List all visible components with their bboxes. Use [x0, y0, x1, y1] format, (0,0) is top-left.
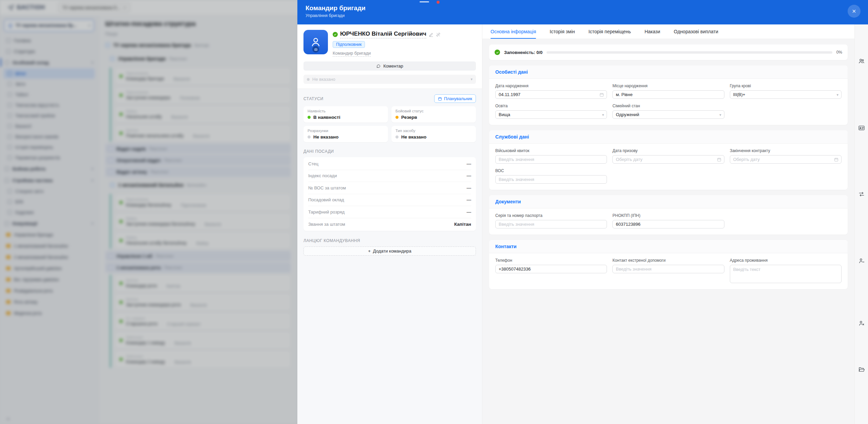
status-card[interactable]: НаявністьВ наявності: [303, 106, 388, 123]
drawer-header: Командир бригади Управління бригади: [297, 0, 868, 24]
person-remove-icon[interactable]: [858, 257, 865, 264]
input-вос[interactable]: Введіть значення: [495, 175, 607, 184]
tab-історія-переміщень[interactable]: Історія переміщень: [589, 24, 631, 39]
tab-історія-змін[interactable]: Історія змін: [550, 24, 575, 39]
unlink-icon[interactable]: [436, 32, 441, 37]
speech-bubble-icon: [376, 64, 381, 68]
status-card[interactable]: РозрахункиНе вказано: [303, 126, 388, 142]
select-освіта[interactable]: Вища▾: [495, 110, 607, 119]
folder-open-icon[interactable]: [858, 366, 865, 373]
rank-badge: Підполковник: [333, 41, 365, 48]
status-color-dot: [308, 135, 311, 139]
planner-button-label: Планувальник: [444, 96, 472, 101]
drawer-left-column: ЮРЧЕНКО Віталій Сергійович Підполковник …: [297, 24, 482, 424]
completeness-card: Заповненість: 0/0 0%: [489, 44, 848, 60]
input-телефон[interactable]: +380507482336: [495, 265, 607, 273]
person-drawer: Командир бригади Управління бригади: [297, 0, 868, 424]
transfer-icon[interactable]: [858, 191, 865, 198]
field-місце-народження: Місце народженням. Рівне: [612, 84, 724, 99]
field-label: Освіта: [495, 104, 607, 108]
input-місце-народження[interactable]: м. Рівне: [612, 90, 724, 99]
input-адреса-проживання[interactable]: Введіть текст: [730, 265, 842, 283]
section-title: Службові дані: [489, 130, 848, 144]
input-військовий-квиток[interactable]: Введіть значення: [495, 155, 607, 164]
field-label: Телефон: [495, 258, 607, 263]
field-серія-та-номер-паспорта: Серія та номер паспортаВведіть значення: [495, 213, 607, 228]
input-закінчення-контракту[interactable]: Оберіть дату: [730, 155, 842, 164]
users-icon[interactable]: [858, 58, 865, 64]
status-card[interactable]: Тип засобуНе вказано: [391, 126, 476, 142]
edit-pencil-icon[interactable]: [429, 32, 433, 37]
field-дата-народження: Дата народження04.11.1997: [495, 84, 607, 99]
field-контакт-екстреної-допомоги: Контакт екстреної допомогиВведіть значен…: [612, 258, 724, 283]
position-data-row: Стец—: [308, 158, 471, 170]
field-освіта: ОсвітаВища▾: [495, 104, 607, 119]
section-title: Документи: [489, 195, 848, 208]
person-name[interactable]: ЮРЧЕНКО Віталій Сергійович: [340, 31, 426, 38]
drawer-title: Командир бригади: [306, 4, 860, 12]
chevron-down-icon: ▾: [836, 92, 838, 97]
input-серія-та-номер-паспорта[interactable]: Введіть значення: [495, 220, 607, 228]
select-група-крові[interactable]: III(B)+▾: [730, 90, 842, 99]
comment-button[interactable]: Коментар: [303, 61, 476, 71]
input-дата-призову[interactable]: Оберіть дату: [612, 155, 724, 164]
field-label: Військовий квиток: [495, 148, 607, 153]
drawer-subtitle: Управління бригади: [306, 13, 860, 18]
position-data-row: Звання за штатомКапітан: [308, 218, 471, 231]
calendar-icon: [599, 92, 604, 97]
completeness-progress-bar: [547, 51, 832, 54]
field-закінчення-контракту: Закінчення контрактуОберіть дату: [730, 148, 842, 164]
planner-button[interactable]: Планувальник: [434, 94, 476, 103]
position-data-row: № ВОС за штатом—: [308, 182, 471, 194]
drawer-right-column: Основна інформаціяІсторія змінІсторія пе…: [482, 24, 854, 424]
profile-block: ЮРЧЕНКО Віталій Сергійович Підполковник …: [297, 24, 482, 89]
field-вос: ВОСВведіть значення: [495, 168, 607, 184]
form-section-card: Особисті даніДата народження04.11.1997Мі…: [489, 66, 848, 125]
drawer-content: Заповненість: 0/0 0% Особисті даніДата н…: [482, 39, 854, 424]
tab-основна-інформація[interactable]: Основна інформація: [491, 24, 536, 39]
status-card[interactable]: Бойовий статусРезерв: [391, 106, 476, 123]
tab-накази[interactable]: Накази: [645, 24, 660, 39]
drag-handle: [420, 1, 429, 2]
position-data-row: Індекс посади—: [308, 170, 471, 182]
add-commander-button[interactable]: + Додати командира: [303, 246, 476, 256]
field-label: РНОКПП (ІПН): [612, 213, 724, 218]
avatar[interactable]: [303, 30, 328, 54]
app-root: БАСТІОН ТУ окрема механізована б... × ТУ…: [0, 0, 868, 424]
calendar-icon: [834, 157, 838, 162]
add-commander-label: Додати командира: [373, 248, 411, 254]
person-position[interactable]: Командир бригади: [333, 51, 371, 57]
close-icon: [851, 8, 857, 14]
plus-icon: +: [368, 248, 371, 254]
status-color-dot: [395, 135, 399, 139]
section-title: Контакти: [489, 240, 848, 253]
position-data-row: Тарифний розряд—: [308, 206, 471, 218]
id-card-icon[interactable]: [858, 125, 865, 131]
form-section-card: ДокументиСерія та номер паспортаВведіть …: [489, 195, 848, 235]
section-title: Особисті дані: [489, 66, 848, 79]
right-toolbar-rail: [854, 24, 868, 424]
form-section-card: КонтактиТелефон+380507482336Контакт екст…: [489, 240, 848, 289]
field-label: Дата народження: [495, 84, 607, 88]
chevron-down-icon: ▾: [470, 77, 473, 81]
select-сімейний-стан[interactable]: Одружений▾: [612, 110, 724, 119]
field-label: Сімейний стан: [612, 104, 724, 108]
person-dismiss-icon[interactable]: [858, 320, 865, 327]
chevron-down-icon: ▾: [719, 112, 721, 117]
tab-одноразові-виплати[interactable]: Одноразові виплати: [674, 24, 718, 39]
completeness-label: Заповненість: 0/0: [504, 50, 542, 55]
status-select[interactable]: Не вказано ▾: [303, 75, 476, 84]
camera-icon[interactable]: [312, 46, 319, 53]
tabs-bar: Основна інформаціяІсторія змінІсторія пе…: [482, 24, 854, 39]
recording-dot: [437, 1, 440, 4]
status-dot: [307, 78, 310, 81]
field-група-крові: Група кровіIII(B)+▾: [730, 84, 842, 99]
field-сімейний-стан: Сімейний станОдружений▾: [612, 104, 724, 119]
input-рнокпп-(іпн)[interactable]: 6037123896: [612, 220, 724, 228]
close-drawer-button[interactable]: [848, 5, 861, 18]
calendar-clock-icon: [438, 97, 442, 101]
field-дата-призову: Дата призовуОберіть дату: [612, 148, 724, 164]
calendar-icon: [717, 157, 721, 162]
input-дата-народження[interactable]: 04.11.1997: [495, 90, 607, 99]
input-контакт-екстреної-допомоги[interactable]: Введіть значення: [612, 265, 724, 273]
